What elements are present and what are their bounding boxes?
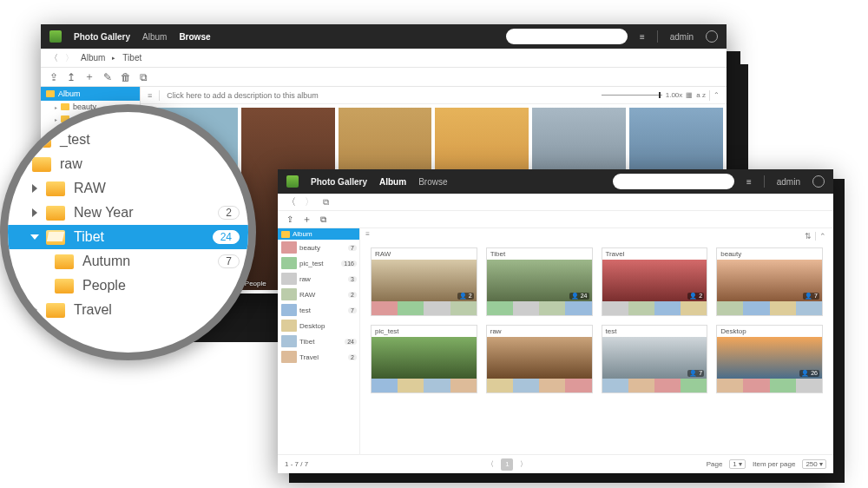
thumb-icon — [281, 335, 297, 347]
search-input[interactable] — [506, 29, 628, 44]
titlebar: Photo Gallery Album Browse ≡ admin — [278, 169, 833, 194]
page-current[interactable]: 1 — [501, 458, 513, 471]
sidebar-root[interactable]: Album — [41, 87, 140, 101]
expand-icon[interactable] — [32, 306, 37, 314]
sidebar-item-label: Tibet — [299, 338, 315, 346]
edit-icon[interactable]: ✎ — [103, 71, 112, 83]
count-badge: 7 — [348, 245, 357, 251]
per-page-label: Item per page — [753, 460, 795, 468]
count-badge: 2 — [348, 292, 357, 298]
album-hero: 👤 7 — [602, 337, 707, 379]
tree-item-tibet[interactable]: Tibet24 — [8, 225, 248, 249]
share-icon[interactable]: ⇪ — [49, 71, 58, 83]
breadcrumb-root[interactable]: Album — [81, 53, 105, 63]
user-icon[interactable] — [706, 30, 718, 43]
album-card[interactable]: Travel👤 2 — [602, 247, 708, 316]
sidebar-item[interactable]: Tibet24 — [278, 333, 359, 349]
sidebar-item[interactable]: Travel2 — [278, 349, 359, 365]
expand-up-icon[interactable]: ⌃ — [713, 91, 720, 99]
album-card[interactable]: pic_test — [371, 325, 477, 393]
chevron-right-icon: ▸ — [112, 55, 115, 62]
expand-up-icon[interactable]: ⌃ — [819, 232, 826, 241]
stack-icon[interactable]: ⧉ — [320, 214, 326, 225]
album-hero: 👤 24 — [487, 260, 592, 301]
nav-album[interactable]: Album — [379, 177, 406, 187]
tree-item-people[interactable]: People — [8, 274, 248, 298]
page-select[interactable]: 1 ▾ — [729, 459, 746, 469]
album-card[interactable]: raw — [486, 325, 593, 393]
album-hero: 👤 2 — [372, 260, 477, 301]
sidebar-item[interactable]: Desktop — [278, 318, 359, 333]
sidebar-item[interactable]: test7 — [278, 302, 359, 318]
nav-forward-icon[interactable]: 〉 — [305, 195, 314, 208]
tree-item-autumn[interactable]: Autumn7 — [8, 249, 248, 274]
sidebar-item[interactable]: raw3 — [278, 271, 359, 287]
user-label[interactable]: admin — [670, 32, 694, 42]
album-description-input[interactable] — [167, 91, 594, 100]
album-card[interactable]: Desktop👤 26 — [716, 325, 823, 393]
sidebar-item[interactable]: pic_test116 — [278, 255, 359, 271]
grid-view-icon[interactable]: ▦ — [686, 91, 693, 99]
breadcrumb-current[interactable]: Tibet — [122, 53, 141, 63]
search-input[interactable] — [613, 174, 734, 189]
album-hero: 👤 2 — [602, 260, 707, 301]
pagination-bar: 1 - 7 / 7 〈 1 〉 Page 1 ▾ Item per page 2… — [278, 454, 833, 473]
expand-icon[interactable] — [32, 208, 37, 217]
expand-icon[interactable] — [30, 234, 39, 240]
page-next-icon[interactable]: 〉 — [520, 459, 527, 469]
filter-icon[interactable]: ≡ — [746, 177, 752, 187]
sort-icon[interactable]: ⇅ — [805, 232, 812, 241]
nav-forward-icon[interactable]: 〉 — [65, 52, 74, 64]
nav-browse[interactable]: Browse — [418, 177, 447, 187]
page-prev-icon[interactable]: 〈 — [487, 459, 494, 469]
user-icon[interactable] — [812, 175, 825, 188]
count-badge: 3 — [348, 276, 357, 282]
album-count: 👤 7 — [803, 293, 819, 300]
share-icon[interactable]: ⇪ — [286, 214, 293, 224]
folder-icon — [55, 254, 74, 269]
sort-az[interactable]: a z — [696, 91, 706, 99]
album-hero — [372, 337, 477, 379]
tree-item-raw[interactable]: RAW — [8, 176, 248, 201]
app-logo-icon — [49, 30, 62, 43]
filter-icon[interactable]: ≡ — [640, 32, 645, 42]
count-badge: 7 — [218, 254, 240, 268]
add-icon[interactable]: ＋ — [302, 213, 312, 226]
album-thumbs — [487, 301, 592, 315]
album-grid-area: ⇅ ⌃ RAW👤 2Tibet👤 24Travel👤 2beauty👤 7pic… — [360, 228, 833, 454]
add-icon[interactable]: ＋ — [84, 69, 95, 84]
tree-item-label: People — [82, 278, 126, 293]
copy-icon[interactable]: ⧉ — [140, 71, 148, 83]
count-badge: 2 — [218, 206, 240, 220]
album-card[interactable]: RAW👤 2 — [371, 247, 477, 316]
copy-icon[interactable]: ⧉ — [323, 197, 329, 208]
album-card[interactable]: beauty👤 7 — [716, 247, 823, 316]
album-count: 👤 2 — [687, 293, 704, 300]
upload-icon[interactable]: ↥ — [67, 71, 76, 83]
album-card[interactable]: test👤 7 — [602, 325, 708, 393]
count-badge: 24 — [345, 339, 357, 345]
list-toggle-icon[interactable]: ≡ — [148, 91, 152, 100]
nav-album[interactable]: Album — [142, 32, 167, 42]
tree-item-label: Autumn — [82, 254, 130, 269]
tree-item-raw[interactable]: raw — [8, 152, 248, 176]
zoom-slider[interactable] — [602, 95, 662, 96]
tree-item-new-year[interactable]: New Year2 — [8, 201, 248, 225]
per-page-select[interactable]: 250 ▾ — [802, 459, 826, 469]
sidebar-root[interactable]: Album ≡ — [278, 228, 359, 240]
count-badge: 2 — [348, 354, 357, 360]
folder-icon — [55, 279, 74, 293]
album-card[interactable]: Tibet👤 24 — [486, 247, 593, 316]
delete-icon[interactable]: 🗑 — [121, 71, 131, 83]
expand-icon[interactable] — [32, 184, 37, 193]
sidebar-item[interactable]: beauty7 — [278, 240, 359, 255]
album-thumbs — [372, 301, 477, 315]
nav-browse[interactable]: Browse — [179, 32, 210, 42]
sidebar-item-label: Desktop — [299, 322, 325, 330]
sidebar-item[interactable]: RAW2 — [278, 287, 359, 302]
user-label[interactable]: admin — [777, 177, 800, 187]
nav-back-icon[interactable]: 〈 — [49, 52, 58, 64]
nav-back-icon[interactable]: 〈 — [286, 195, 296, 208]
titlebar: Photo Gallery Album Browse ≡ admin — [41, 24, 727, 49]
tree-item-travel[interactable]: Travel — [8, 298, 248, 322]
